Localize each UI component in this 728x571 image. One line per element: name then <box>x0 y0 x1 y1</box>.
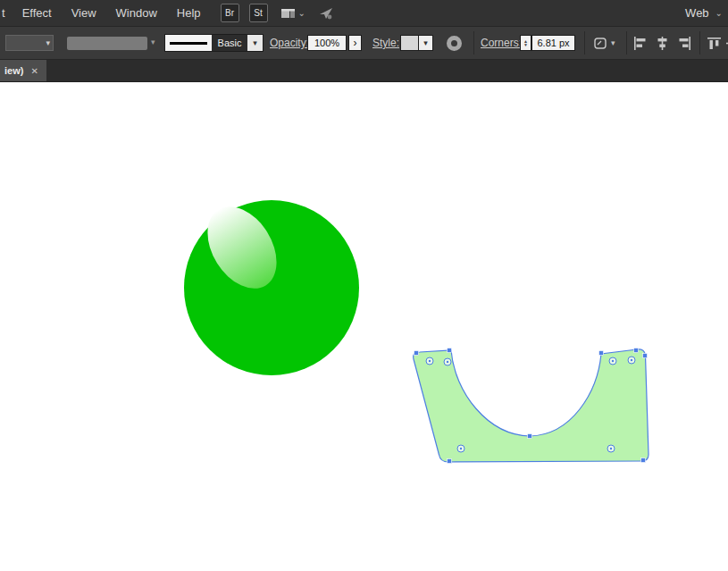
align-left-button[interactable] <box>632 36 648 51</box>
paper-plane-icon <box>318 6 334 21</box>
bridge-label: Br <box>225 8 234 18</box>
anchor-point[interactable] <box>599 351 604 356</box>
close-icon[interactable]: ✕ <box>30 66 38 76</box>
chevron-down-icon: ⌄ <box>715 9 723 18</box>
artboard-canvas[interactable] <box>0 82 728 571</box>
width-profile-preview[interactable] <box>67 37 147 50</box>
document-tab[interactable]: iew) ✕ <box>0 60 46 81</box>
separator <box>626 31 627 55</box>
chevron-down-icon[interactable]: ▾ <box>151 38 155 46</box>
control-bar: ▾ ▾ Basic ▾ Opacity: 100% › Style: ▾ Cor… <box>0 26 728 60</box>
opacity-input[interactable]: 100% <box>307 35 347 51</box>
align-center-button[interactable] <box>655 36 670 51</box>
corners-input[interactable]: 6.81 px <box>531 35 575 51</box>
stock-button[interactable]: St <box>249 4 268 22</box>
corner-widget-dot <box>429 360 431 362</box>
menu-item-window[interactable]: Window <box>106 0 167 26</box>
bridge-button[interactable]: Br <box>221 4 239 22</box>
menu-label: Effect <box>22 6 52 20</box>
corner-widget-dot <box>460 448 462 449</box>
menu-item-truncated[interactable]: t <box>0 0 13 26</box>
brush-name: Basic <box>212 35 247 51</box>
stepper-down-icon: ▼ <box>523 43 528 46</box>
shape-options-button[interactable]: ▾ <box>593 36 615 51</box>
chevron-down-icon: ▾ <box>611 39 615 47</box>
brush-line <box>170 42 207 45</box>
anchor-point[interactable] <box>634 348 639 353</box>
menu-bar: t Effect View Window Help Br St ⌄ Web ⌄ <box>0 0 728 26</box>
opacity-value: 100% <box>314 38 339 48</box>
anchor-point[interactable] <box>448 348 452 353</box>
separator <box>584 31 585 55</box>
brush-definition-dropdown[interactable]: Basic ▾ <box>164 34 264 52</box>
workspace-label: Web <box>685 6 709 20</box>
menu-label: t <box>2 6 5 20</box>
selected-shape[interactable] <box>414 349 649 462</box>
corner-widget-dot <box>610 448 612 449</box>
style-link[interactable]: Style: <box>372 37 399 49</box>
anchor-point[interactable] <box>641 458 646 463</box>
chevron-down-icon: ▾ <box>419 35 433 51</box>
corner-widget-dot <box>447 361 448 363</box>
menu-label: Window <box>116 6 157 20</box>
opacity-panel-arrow[interactable]: › <box>348 35 362 51</box>
brush-stroke-preview <box>165 35 212 51</box>
menu-label: Help <box>177 6 201 20</box>
anchor-point[interactable] <box>528 434 532 439</box>
separator <box>699 31 700 55</box>
menu-item-view[interactable]: View <box>62 0 106 26</box>
chevron-down-icon: ▾ <box>247 35 263 51</box>
arrange-documents-icon <box>280 7 296 20</box>
style-dropdown[interactable]: ▾ <box>400 35 433 51</box>
style-swatch <box>400 35 419 51</box>
align-right-button[interactable] <box>677 36 692 51</box>
anchor-point[interactable] <box>448 459 452 464</box>
panel-arrow-icon: › <box>354 37 357 49</box>
corners-link[interactable]: Corners: <box>481 37 522 49</box>
chevron-down-icon: ▾ <box>46 38 50 47</box>
arrange-documents-button[interactable]: ⌄ <box>280 7 305 20</box>
document-tab-bar: iew) ✕ <box>0 60 728 82</box>
anchor-point[interactable] <box>643 354 648 358</box>
corners-value: 6.81 px <box>537 38 569 48</box>
menu-item-help[interactable]: Help <box>167 0 211 26</box>
workspace-switcher[interactable]: Web ⌄ <box>685 6 723 20</box>
recolor-artwork-icon[interactable] <box>447 36 462 51</box>
corner-widget-dot <box>612 360 614 362</box>
share-button[interactable] <box>318 6 334 21</box>
stroke-weight-dropdown[interactable]: ▾ <box>5 35 54 51</box>
align-top-button[interactable] <box>707 36 722 51</box>
menu-item-effect[interactable]: Effect <box>13 0 62 26</box>
anchor-point[interactable] <box>414 351 419 356</box>
stock-label: St <box>254 8 262 18</box>
shape-options-icon <box>593 36 608 51</box>
corner-widget-dot <box>631 359 632 361</box>
corners-stepper[interactable]: ▲ ▼ <box>520 35 531 51</box>
document-tab-title: iew) <box>4 65 23 76</box>
opacity-link[interactable]: Opacity: <box>270 37 309 49</box>
menu-label: View <box>71 6 96 20</box>
chevron-down-icon: ⌄ <box>298 9 305 18</box>
separator <box>473 31 474 55</box>
